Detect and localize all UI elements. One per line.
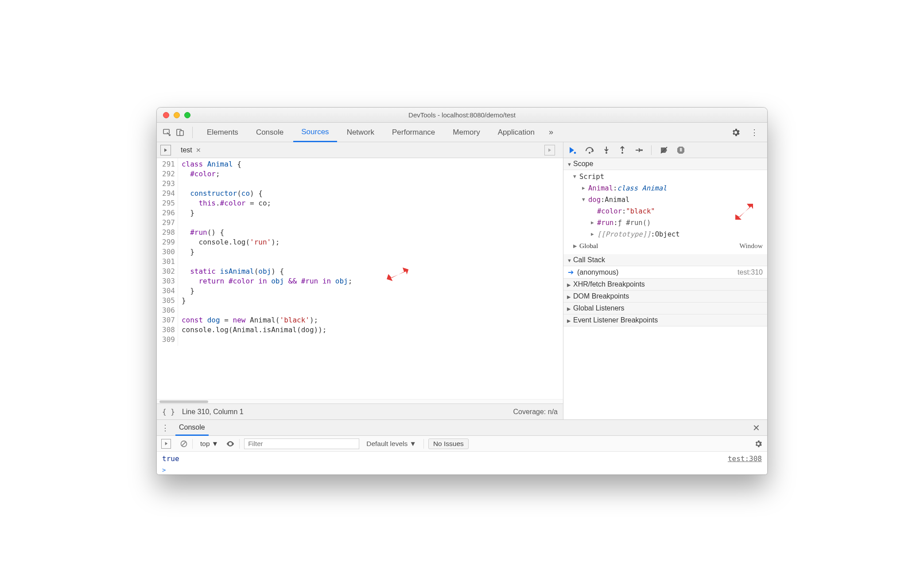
more-tabs-button[interactable]: » xyxy=(544,128,558,137)
horizontal-scrollbar[interactable] xyxy=(157,399,563,404)
tab-performance[interactable]: Performance xyxy=(384,123,443,142)
console-settings-gear-icon[interactable] xyxy=(754,439,763,448)
console-toolbar: top ▼ Default levels ▼ No Issues xyxy=(157,436,767,452)
console-output: true test:308 xyxy=(157,452,767,466)
svg-rect-12 xyxy=(681,148,682,151)
debugger-toolbar xyxy=(563,142,767,158)
tab-elements[interactable]: Elements xyxy=(199,123,246,142)
editor-statusbar: { } Line 310, Column 1 Coverage: n/a xyxy=(157,404,563,419)
step-into-icon[interactable] xyxy=(602,146,610,155)
console-sidebar-toggle-icon[interactable] xyxy=(161,439,171,449)
current-frame-pointer-icon: ➔ xyxy=(568,268,574,276)
debugger-sidebar: Scope ▼Script ▶Animal: class Animal ▼dog… xyxy=(563,142,767,419)
global-listeners-header[interactable]: Global Listeners xyxy=(563,303,767,314)
separator xyxy=(239,439,240,449)
svg-rect-11 xyxy=(680,148,681,151)
console-log-row[interactable]: true test:308 xyxy=(162,454,762,463)
line-number-gutter: 2912922932942952962972982993003013023033… xyxy=(157,158,178,346)
minimize-window-button[interactable] xyxy=(174,112,180,118)
zoom-window-button[interactable] xyxy=(184,112,190,118)
svg-rect-0 xyxy=(163,129,169,134)
run-snippet-icon[interactable] xyxy=(544,145,555,155)
titlebar: DevTools - localhost:8080/demo/test xyxy=(157,108,767,123)
scope-header[interactable]: Scope xyxy=(563,158,767,170)
tab-memory[interactable]: Memory xyxy=(445,123,488,142)
debugger-panels: Scope ▼Script ▶Animal: class Animal ▼dog… xyxy=(563,158,767,419)
file-tab-label: test xyxy=(181,146,192,154)
scope-dog-proto[interactable]: ▶[[Prototype]]: Object xyxy=(563,229,767,240)
navigator-toggle-icon[interactable] xyxy=(160,145,171,155)
step-over-icon[interactable] xyxy=(585,146,594,155)
close-window-button[interactable] xyxy=(163,112,169,118)
tab-sources[interactable]: Sources xyxy=(293,123,337,142)
scope-script[interactable]: ▼Script xyxy=(563,171,767,182)
svg-rect-2 xyxy=(180,131,183,136)
xhr-breakpoints-header[interactable]: XHR/fetch Breakpoints xyxy=(563,279,767,291)
file-tab-test[interactable]: test ✕ xyxy=(175,142,206,158)
code-lines[interactable]: class Animal { #color; constructor(co) {… xyxy=(178,158,356,346)
sources-left-pane: test ✕ 291292293294295296297298299300301… xyxy=(157,142,563,419)
live-expression-eye-icon[interactable] xyxy=(226,440,235,447)
console-drawer: ⋮ Console ✕ top ▼ Default levels ▼ No Is… xyxy=(157,419,767,474)
coverage-status: Coverage: n/a xyxy=(513,408,558,416)
event-listener-bp-header[interactable]: Event Listener Breakpoints xyxy=(563,314,767,326)
context-selector[interactable]: top ▼ xyxy=(197,439,221,448)
svg-point-6 xyxy=(606,152,607,154)
device-toolbar-icon[interactable] xyxy=(175,127,186,138)
tab-network[interactable]: Network xyxy=(339,123,382,142)
step-out-icon[interactable] xyxy=(618,146,626,155)
scope-animal[interactable]: ▶Animal: class Animal xyxy=(563,182,767,194)
scope-body: ▼Script ▶Animal: class Animal ▼dog: Anim… xyxy=(563,170,767,254)
console-source-link[interactable]: test:308 xyxy=(728,454,762,463)
drawer-tab-console[interactable]: Console xyxy=(175,420,209,436)
cursor-position: Line 310, Column 1 xyxy=(182,408,244,416)
svg-point-4 xyxy=(574,151,576,154)
console-prompt[interactable]: > xyxy=(157,466,767,474)
pause-on-exceptions-icon[interactable] xyxy=(676,146,685,155)
svg-marker-13 xyxy=(735,204,753,220)
code-editor[interactable]: 2912922932942952962972982993003013023033… xyxy=(157,158,563,399)
window-title: DevTools - localhost:8080/demo/test xyxy=(157,111,767,119)
deactivate-breakpoints-icon[interactable] xyxy=(660,146,668,155)
callstack-header[interactable]: Call Stack xyxy=(563,254,767,266)
separator xyxy=(192,127,193,138)
svg-point-8 xyxy=(641,149,643,151)
close-drawer-icon[interactable]: ✕ xyxy=(750,423,763,433)
dom-breakpoints-header[interactable]: DOM Breakpoints xyxy=(563,291,767,303)
devtools-window: DevTools - localhost:8080/demo/test Elem… xyxy=(156,107,768,475)
annotation-arrow-icon xyxy=(734,202,754,221)
pretty-print-icon[interactable]: { } xyxy=(162,407,175,416)
log-levels-dropdown[interactable]: Default levels ▼ xyxy=(364,440,419,448)
svg-point-5 xyxy=(589,152,590,154)
drawer-tab-strip: ⋮ Console ✕ xyxy=(157,420,767,436)
separator xyxy=(192,439,193,449)
window-controls xyxy=(157,112,190,118)
console-filter-input[interactable] xyxy=(244,438,359,449)
step-icon[interactable] xyxy=(634,146,643,155)
scope-global[interactable]: ▶GlobalWindow xyxy=(563,240,767,252)
separator xyxy=(651,145,652,155)
svg-point-7 xyxy=(621,152,623,154)
separator xyxy=(423,439,424,449)
close-file-tab-icon[interactable]: ✕ xyxy=(196,147,201,154)
panel-tabs: Elements Console Sources Network Perform… xyxy=(157,123,767,142)
tab-application[interactable]: Application xyxy=(490,123,543,142)
main-area: test ✕ 291292293294295296297298299300301… xyxy=(157,142,767,419)
issues-button[interactable]: No Issues xyxy=(428,438,469,449)
resume-script-icon[interactable] xyxy=(568,146,577,155)
clear-console-icon[interactable] xyxy=(180,440,188,448)
file-tab-strip: test ✕ xyxy=(157,142,563,158)
settings-gear-icon[interactable] xyxy=(727,128,744,137)
main-menu-kebab-icon[interactable]: ⋮ xyxy=(746,128,763,137)
inspect-element-icon[interactable] xyxy=(161,127,173,138)
callstack-frame[interactable]: ➔ (anonymous) test:310 xyxy=(563,266,767,279)
drawer-menu-icon[interactable]: ⋮ xyxy=(161,423,175,433)
tab-console[interactable]: Console xyxy=(248,123,291,142)
svg-marker-10 xyxy=(677,147,684,154)
svg-line-15 xyxy=(182,442,186,446)
